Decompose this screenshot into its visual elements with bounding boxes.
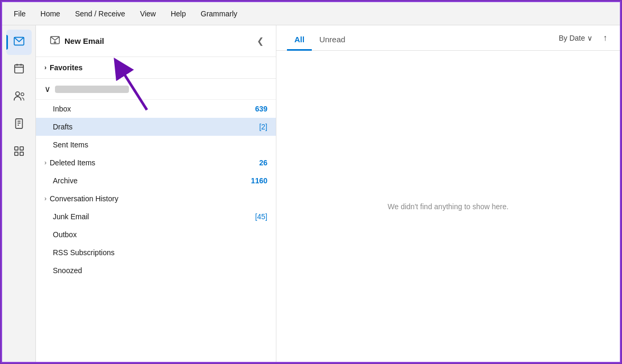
sort-direction-button[interactable]: ↑	[601, 31, 609, 45]
svg-rect-13	[20, 152, 23, 155]
collapse-button[interactable]: ❮	[253, 34, 267, 49]
svg-rect-11	[20, 146, 23, 150]
empty-message: We didn't find anything to show here.	[276, 51, 620, 362]
sort-area: By Date ∨ ↑	[554, 31, 609, 49]
sidebar-item-apps[interactable]	[6, 139, 32, 165]
tab-all[interactable]: All	[287, 30, 312, 51]
icon-sidebar	[2, 25, 36, 362]
mail-icon	[13, 35, 25, 50]
folder-sent-label: Sent Items	[53, 141, 267, 149]
new-email-bar: New Email ❮	[36, 25, 276, 57]
sidebar-item-tasks[interactable]	[6, 112, 32, 137]
folder-outbox-label: Outbox	[53, 230, 267, 239]
folder-deleted[interactable]: › Deleted Items 26	[36, 154, 276, 172]
folder-archive-count: 1160	[251, 176, 267, 185]
sidebar-item-people[interactable]	[6, 85, 32, 110]
calendar-icon	[13, 63, 25, 77]
svg-rect-10	[14, 146, 17, 150]
folder-junk[interactable]: Junk Email [45]	[36, 208, 276, 226]
account-header[interactable]: ∨	[36, 79, 276, 100]
svg-rect-6	[15, 118, 22, 128]
folder-snoozed[interactable]: Snoozed	[36, 262, 276, 279]
empty-message-text: We didn't find anything to show here.	[388, 202, 509, 211]
folder-junk-count: [45]	[255, 212, 267, 221]
folder-conv-history-label: Conversation History	[50, 194, 267, 203]
apps-icon	[13, 145, 25, 160]
menu-grammarly[interactable]: Grammarly	[193, 4, 245, 23]
svg-rect-12	[14, 152, 17, 155]
folder-panel: New Email ❮ › Favorites ∨	[36, 25, 276, 362]
favorites-section: › Favorites	[36, 57, 276, 79]
folder-snoozed-label: Snoozed	[53, 266, 267, 275]
svg-rect-1	[14, 64, 23, 73]
folder-inbox-count: 639	[255, 105, 267, 113]
folder-deleted-count: 26	[259, 158, 267, 167]
folder-sent[interactable]: Sent Items	[36, 136, 276, 154]
new-email-label: New Email	[64, 36, 104, 45]
sort-label: By Date	[559, 34, 585, 42]
new-email-button[interactable]: New Email	[44, 32, 109, 50]
menu-send-receive[interactable]: Send / Receive	[68, 4, 133, 23]
folder-archive[interactable]: Archive 1160	[36, 172, 276, 190]
account-name-placeholder	[55, 86, 129, 93]
app-container: File Home Send / Receive View Help Gramm…	[1, 1, 621, 363]
main-area: New Email ❮ › Favorites ∨	[2, 25, 620, 362]
folder-drafts-label: Drafts	[53, 123, 259, 131]
folder-rss-label: RSS Subscriptions	[53, 248, 267, 257]
conv-history-chevron-icon: ›	[44, 195, 47, 202]
collapse-icon: ❮	[257, 36, 264, 46]
folder-deleted-label: Deleted Items	[50, 158, 259, 167]
folder-outbox[interactable]: Outbox	[36, 226, 276, 244]
menu-bar: File Home Send / Receive View Help Gramm…	[2, 2, 620, 25]
favorites-header[interactable]: › Favorites	[44, 61, 267, 74]
menu-file[interactable]: File	[6, 4, 33, 23]
email-header: All Unread By Date ∨ ↑	[276, 25, 620, 51]
folder-junk-label: Junk Email	[53, 212, 255, 221]
menu-home[interactable]: Home	[33, 4, 68, 23]
folder-rss[interactable]: RSS Subscriptions	[36, 244, 276, 262]
folder-inbox[interactable]: Inbox 639	[36, 100, 276, 118]
favorites-chevron-icon: ›	[44, 64, 47, 71]
sort-chevron-icon: ∨	[587, 34, 592, 42]
tasks-icon	[13, 118, 25, 132]
folder-drafts-count: [2]	[259, 123, 267, 131]
menu-help[interactable]: Help	[163, 4, 193, 23]
folder-drafts[interactable]: Drafts [2]	[36, 118, 276, 136]
account-chevron-icon: ∨	[44, 84, 51, 94]
menu-view[interactable]: View	[133, 4, 163, 23]
favorites-label: Favorites	[50, 63, 82, 72]
new-email-icon	[50, 35, 60, 47]
folder-conv-history[interactable]: › Conversation History	[36, 190, 276, 208]
people-icon	[13, 90, 25, 105]
svg-point-5	[15, 91, 19, 95]
sidebar-item-mail[interactable]	[6, 30, 32, 55]
tab-unread[interactable]: Unread	[312, 30, 352, 51]
sidebar-item-calendar[interactable]	[6, 57, 32, 82]
account-section: ∨ Inbox 639 Drafts [2] Sent Items	[36, 79, 276, 362]
content-panel: All Unread By Date ∨ ↑ We didn't find an…	[276, 25, 620, 362]
deleted-chevron-icon: ›	[44, 159, 47, 166]
folder-inbox-label: Inbox	[53, 105, 255, 113]
sort-by-date-button[interactable]: By Date ∨	[554, 32, 597, 44]
folder-archive-label: Archive	[53, 176, 251, 185]
